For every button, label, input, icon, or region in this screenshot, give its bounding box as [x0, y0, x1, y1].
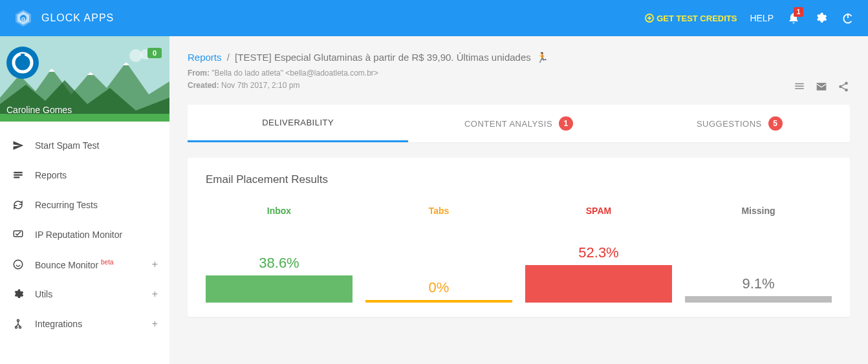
placement-chart: Inbox 38.6% Tabs 0% SPAM 52: [206, 206, 832, 303]
chart-label-missing: Missing: [741, 206, 775, 216]
chart-bar-tabs: [365, 300, 512, 303]
meta-actions: [793, 80, 850, 93]
nav-item-start-spam-test[interactable]: Start Spam Test: [0, 131, 169, 160]
chart-col-inbox: Inbox 38.6%: [206, 206, 353, 303]
svg-point-15: [16, 327, 17, 328]
expand-icon: +: [152, 288, 158, 300]
nav-item-reports[interactable]: Reports: [0, 160, 169, 190]
svg-point-16: [19, 327, 21, 328]
breadcrumb-root[interactable]: Reports: [188, 52, 222, 63]
tab-label: SUGGESTIONS: [697, 119, 762, 129]
email-button[interactable]: [815, 80, 828, 93]
svg-point-19: [839, 85, 842, 89]
chart-bar-spam: [525, 265, 672, 303]
notifications-button[interactable]: 1: [787, 11, 801, 25]
gear-icon: [814, 12, 827, 25]
results-title: Email Placement Results: [206, 173, 832, 186]
svg-point-14: [17, 319, 19, 321]
expand-icon: +: [152, 259, 158, 270]
top-header: G GLOCK APPS GET TEST CREDITS HELP 1: [0, 0, 868, 36]
settings-button[interactable]: [814, 11, 828, 25]
sidebar: 0 Caroline Gomes Start Spam Test Reports…: [0, 36, 169, 364]
chart-value-tabs: 0%: [429, 279, 450, 296]
profile-name: Caroline Gomes: [6, 105, 72, 115]
chart-bar-inbox: [206, 275, 353, 303]
chart-label-spam: SPAM: [586, 206, 611, 216]
tab-deliverability[interactable]: DELIVERABILITY: [188, 105, 408, 142]
tab-badge: 1: [559, 116, 573, 131]
app-title: GLOCK APPS: [41, 12, 114, 24]
main-content: Reports / [TESTE] Especial Glutaminas à …: [169, 36, 868, 364]
avatar[interactable]: [6, 47, 39, 79]
svg-point-20: [845, 89, 848, 92]
meta-created: Created: Nov 7th 2017, 2:10 pm: [188, 81, 793, 90]
share-icon: [838, 81, 849, 92]
svg-point-13: [14, 260, 23, 269]
tab-content-analysis[interactable]: CONTENT ANALYSIS 1: [408, 105, 629, 142]
power-icon: [841, 12, 854, 25]
breadcrumb-title: [TESTE] Especial Glutaminas à partir de …: [235, 52, 531, 63]
nav-item-bounce-monitor[interactable]: Bounce Monitorbeta +: [0, 250, 169, 279]
credits-label: GET TEST CREDITS: [656, 14, 737, 23]
results-card: Email Placement Results Inbox 38.6% Tabs…: [188, 158, 850, 317]
notification-badge: 1: [794, 7, 803, 17]
svg-rect-11: [21, 54, 25, 58]
chart-col-spam: SPAM 52.3%: [525, 206, 672, 303]
tabs: DELIVERABILITY CONTENT ANALYSIS 1 SUGGES…: [188, 105, 850, 142]
nav-label: Bounce Monitorbeta: [35, 259, 152, 270]
nav: Start Spam Test Reports Recurring Tests …: [0, 122, 169, 348]
meta-from: From: "Bella do lado atleta" <bella@lado…: [188, 69, 850, 78]
plus-circle-icon: [645, 14, 654, 23]
breadcrumb-separator: /: [227, 52, 230, 63]
nav-label: Reports: [35, 170, 158, 180]
logo-wrap[interactable]: G GLOCK APPS: [13, 8, 114, 28]
tab-label: CONTENT ANALYSIS: [464, 119, 552, 129]
bounce-icon: [12, 258, 25, 271]
help-link[interactable]: HELP: [750, 13, 774, 23]
nav-item-ip-reputation[interactable]: IP Reputation Monitor: [0, 220, 169, 250]
share-button[interactable]: [837, 80, 850, 93]
chart-col-missing: Missing 9.1%: [685, 206, 832, 303]
nav-label: Recurring Tests: [35, 200, 158, 210]
breadcrumb: Reports / [TESTE] Especial Glutaminas à …: [188, 52, 850, 63]
chart-label-tabs: Tabs: [429, 206, 450, 216]
svg-point-18: [845, 82, 848, 85]
list-icon: [794, 81, 805, 92]
runner-icon: 🏃: [536, 52, 548, 63]
svg-rect-17: [817, 83, 826, 91]
tab-badge: 5: [768, 116, 783, 131]
profile-badge: 0: [147, 48, 162, 58]
monitor-icon: [12, 228, 25, 241]
app-logo-icon: G: [13, 8, 34, 28]
chart-label-inbox: Inbox: [267, 206, 291, 216]
nav-item-integrations[interactable]: Integrations +: [0, 309, 169, 339]
tab-label: DELIVERABILITY: [262, 118, 334, 127]
nav-label: Start Spam Test: [35, 140, 158, 151]
expand-icon: +: [152, 318, 158, 330]
avatar-icon: [12, 52, 34, 74]
profile-banner: 0 Caroline Gomes: [0, 36, 169, 122]
svg-text:G: G: [21, 16, 25, 22]
chart-col-tabs: Tabs 0%: [365, 206, 512, 303]
integrations-icon: [12, 317, 25, 330]
paper-plane-icon: [12, 139, 25, 152]
nav-item-recurring-tests[interactable]: Recurring Tests: [0, 190, 169, 220]
chart-value-inbox: 38.6%: [259, 255, 299, 272]
envelope-icon: [816, 81, 827, 92]
nav-label: Integrations: [35, 319, 152, 329]
header-right: GET TEST CREDITS HELP 1: [645, 11, 855, 25]
chart-value-missing: 9.1%: [742, 275, 774, 292]
nav-label: Utils: [35, 289, 152, 299]
power-button[interactable]: [841, 11, 855, 25]
chart-bar-missing: [685, 296, 832, 303]
gear-icon: [12, 288, 25, 301]
nav-label: IP Reputation Monitor: [35, 230, 158, 240]
refresh-icon: [12, 198, 25, 211]
get-credits-link[interactable]: GET TEST CREDITS: [645, 14, 737, 23]
nav-item-utils[interactable]: Utils +: [0, 279, 169, 309]
reports-icon: [12, 169, 25, 182]
svg-point-7: [129, 49, 142, 62]
tab-suggestions[interactable]: SUGGESTIONS 5: [629, 105, 850, 142]
chart-value-spam: 52.3%: [578, 244, 618, 261]
list-view-button[interactable]: [793, 80, 806, 93]
